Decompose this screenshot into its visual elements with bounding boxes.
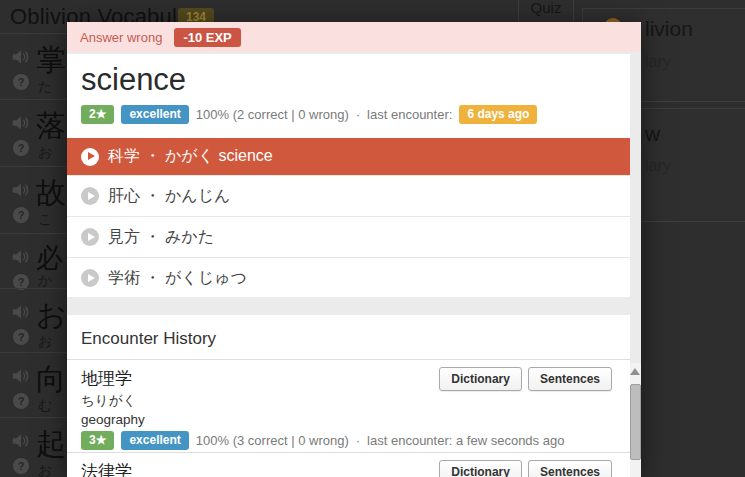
last-encounter-badge: 6 days ago [459, 105, 537, 124]
scrollbar-thumb[interactable] [630, 384, 641, 460]
history-item: Dictionary Sentences 法律学 [67, 453, 630, 477]
deck-subtitle: lary [645, 157, 671, 175]
vocab-kanji: 掌 [36, 40, 66, 81]
deck-title: w [645, 122, 660, 146]
word-stats: 2★ excellent 100% (2 correct | 0 wrong) … [81, 103, 616, 125]
vocab-kana: お [38, 144, 52, 162]
vocab-kana: む [38, 397, 52, 415]
play-audio-icon[interactable] [81, 228, 99, 246]
hint-icon[interactable]: ? [13, 74, 29, 90]
answer-text: 学術 ・ がくじゅつ [108, 268, 247, 289]
rating-badge: excellent [121, 105, 188, 124]
hint-icon[interactable]: ? [13, 207, 29, 223]
quiz-button[interactable]: Quiz [518, 0, 574, 24]
quiz-word: science [81, 59, 616, 101]
separator-dot: · [356, 433, 360, 448]
star-level-badge: 2★ [81, 105, 114, 124]
accuracy-text: 100% (2 correct | 0 wrong) [196, 107, 349, 122]
hint-icon[interactable]: ? [13, 458, 29, 474]
speaker-icon[interactable] [10, 430, 32, 452]
answer-option[interactable]: 肝心 ・ かんじん [67, 175, 630, 216]
modal-body: science 2★ excellent 100% (2 correct | 0… [67, 54, 630, 477]
history-item-actions: Dictionary Sentences [439, 367, 612, 391]
sentences-button[interactable]: Sentences [528, 367, 612, 391]
answer-option[interactable]: 見方 ・ みかた [67, 216, 630, 257]
vocab-kanji: 故 [36, 173, 66, 214]
vocab-kana: こ [38, 211, 52, 229]
history-word-stats: 3★ excellent 100% (3 correct | 0 wrong) … [81, 431, 616, 449]
answer-text: 見方 ・ みかた [108, 227, 214, 248]
answer-option-selected[interactable]: 科学 ・ かがく science [67, 138, 630, 175]
dictionary-button[interactable]: Dictionary [439, 367, 522, 391]
answer-options: 科学 ・ かがく science 肝心 ・ かんじん 見方 ・ みかた 学術 ・… [67, 138, 630, 297]
play-audio-icon[interactable] [81, 187, 99, 205]
rating-badge: excellent [121, 431, 188, 450]
banner-message: Answer wrong [80, 30, 162, 45]
play-audio-icon[interactable] [81, 269, 99, 287]
history-item-actions: Dictionary Sentences [439, 460, 612, 477]
speaker-icon[interactable] [10, 365, 32, 387]
speaker-icon[interactable] [10, 46, 32, 68]
speaker-icon[interactable] [10, 179, 32, 201]
vocab-kanji: お [36, 295, 67, 336]
sentences-button[interactable]: Sentences [528, 460, 612, 477]
deck-title: livion [645, 17, 693, 41]
vocab-kana: お [38, 462, 52, 477]
section-gap [67, 297, 630, 315]
vocab-kanji: 起 [36, 424, 66, 465]
answer-option[interactable]: 学術 ・ がくじゅつ [67, 257, 630, 297]
vocab-kanji: 必 [36, 240, 63, 276]
hint-icon[interactable]: ? [13, 329, 29, 345]
app-root: Oblivion Vocabulary 134 Quiz ? 掌 た ? 落 お… [0, 0, 745, 477]
deck-subtitle: lary [645, 53, 671, 71]
star-level-badge: 3★ [81, 431, 114, 450]
vocab-kana: お [38, 333, 52, 351]
answer-wrong-banner: Answer wrong -10 EXP [67, 22, 641, 52]
play-audio-icon[interactable] [81, 148, 99, 166]
encounter-history-section: Encounter History Dictionary Sentences 地… [67, 315, 630, 477]
encounter-history-heading: Encounter History [67, 315, 630, 359]
history-meaning: geography [81, 411, 616, 428]
accuracy-text: 100% (3 correct | 0 wrong) [196, 433, 349, 448]
hint-icon[interactable]: ? [13, 140, 29, 156]
last-encounter-text: last encounter: a few seconds ago [367, 433, 564, 448]
vocab-kanji: 落 [36, 106, 66, 147]
answer-text: 科学 ・ かがく science [108, 146, 273, 167]
speaker-icon[interactable] [10, 246, 32, 268]
quiz-result-section: science 2★ excellent 100% (2 correct | 0… [67, 54, 630, 297]
answer-text: 肝心 ・ かんじん [108, 186, 230, 207]
last-encounter-label: last encounter: [367, 107, 452, 122]
answer-result-modal: Answer wrong -10 EXP science 2★ excellen… [67, 22, 641, 477]
dictionary-button[interactable]: Dictionary [439, 460, 522, 477]
history-item: Dictionary Sentences 地理学 ちりがく geography … [67, 360, 630, 452]
vocab-kanji: 向 [36, 359, 66, 400]
speaker-icon[interactable] [10, 301, 32, 323]
vocab-kana: た [38, 78, 52, 96]
exp-penalty-badge: -10 EXP [174, 28, 240, 47]
speaker-icon[interactable] [10, 112, 32, 134]
history-reading: ちりがく [81, 392, 616, 409]
separator-dot: · [356, 107, 360, 122]
scrollbar-up-icon[interactable] [630, 368, 640, 375]
hint-icon[interactable]: ? [13, 393, 29, 409]
